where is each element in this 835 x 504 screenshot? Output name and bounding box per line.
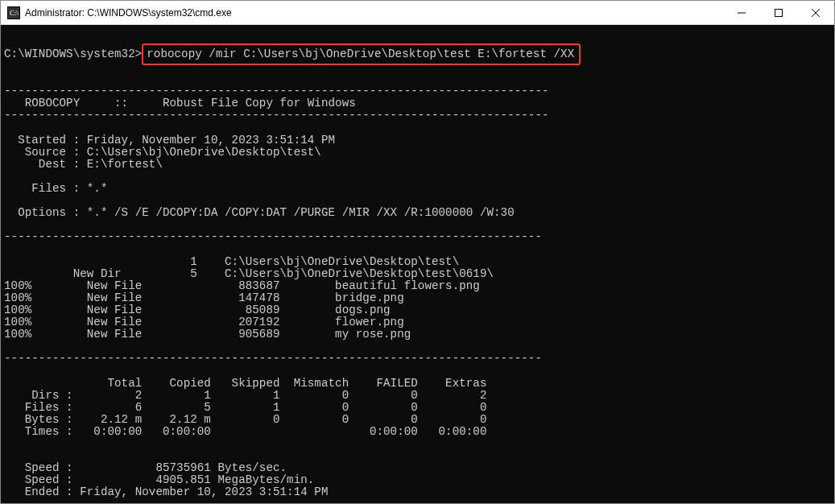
console-area[interactable]: C:\WINDOWS\system32>robocopy /mir C:\Use… xyxy=(1,25,834,503)
close-button[interactable] xyxy=(797,1,834,24)
window-controls xyxy=(723,1,834,24)
svg-rect-4 xyxy=(775,9,783,16)
separator: ----------------------------------------… xyxy=(4,352,542,365)
cmd-window: C:\ Administrator: C:\WINDOWS\system32\c… xyxy=(0,0,835,504)
speed-line: Speed : 85735961 Bytes/sec. xyxy=(4,461,287,474)
ended-line: Ended : Friday, November 10, 2023 3:51:1… xyxy=(4,485,329,498)
dest-line: Dest : E:\fortest\ xyxy=(4,158,163,171)
command-highlight: robocopy /mir C:\Users\bj\OneDrive\Deskt… xyxy=(142,43,581,65)
robocopy-header: ROBOCOPY :: Robust File Copy for Windows xyxy=(4,97,563,109)
file-entry: 100% New File 883687 beautiful flowers.p… xyxy=(4,279,480,292)
maximize-button[interactable] xyxy=(760,1,797,24)
titlebar: C:\ Administrator: C:\WINDOWS\system32\c… xyxy=(1,1,834,25)
file-entry: 100% New File 85089 dogs.png xyxy=(4,304,391,316)
separator: ----------------------------------------… xyxy=(4,85,549,97)
minimize-button[interactable] xyxy=(723,1,760,24)
separator: ----------------------------------------… xyxy=(4,230,542,243)
svg-text:C:\: C:\ xyxy=(10,9,19,17)
stats-times: Times : 0:00:00 0:00:00 0:00:00 0:00:00 xyxy=(4,425,486,438)
speed-line: Speed : 4905.851 MegaBytes/min. xyxy=(4,473,314,486)
stats-header: Total Copied Skipped Mismatch FAILED Ext… xyxy=(4,377,486,390)
prompt-line: C:\WINDOWS\system32>robocopy /mir C:\Use… xyxy=(4,43,829,65)
dir-entry: New Dir 5 C:\Users\bj\OneDrive\Desktop\t… xyxy=(4,267,494,280)
prompt-path: C:\WINDOWS\system32> xyxy=(4,48,142,60)
stats-dirs: Dirs : 2 1 1 0 0 2 xyxy=(4,389,486,402)
files-line: Files : *.* xyxy=(4,182,107,195)
stats-bytes: Bytes : 2.12 m 2.12 m 0 0 0 0 xyxy=(4,413,486,426)
dir-entry: 1 C:\Users\bj\OneDrive\Desktop\test\ xyxy=(4,255,459,268)
file-entry: 100% New File 905689 my rose.png xyxy=(4,328,411,341)
cmd-icon: C:\ xyxy=(7,6,20,19)
separator: ----------------------------------------… xyxy=(4,109,549,122)
output-block: ----------------------------------------… xyxy=(4,85,829,498)
file-entry: 100% New File 207192 flower.png xyxy=(4,316,404,328)
started-line: Started : Friday, November 10, 2023 3:51… xyxy=(4,134,335,147)
file-entry: 100% New File 147478 bridge.png xyxy=(4,291,404,304)
source-line: Source : C:\Users\bj\OneDrive\Desktop\te… xyxy=(4,146,321,159)
stats-files: Files : 6 5 1 0 0 0 xyxy=(4,401,486,414)
window-title: Administrator: C:\WINDOWS\system32\cmd.e… xyxy=(25,7,723,19)
options-line: Options : *.* /S /E /DCOPY:DA /COPY:DAT … xyxy=(4,206,515,219)
